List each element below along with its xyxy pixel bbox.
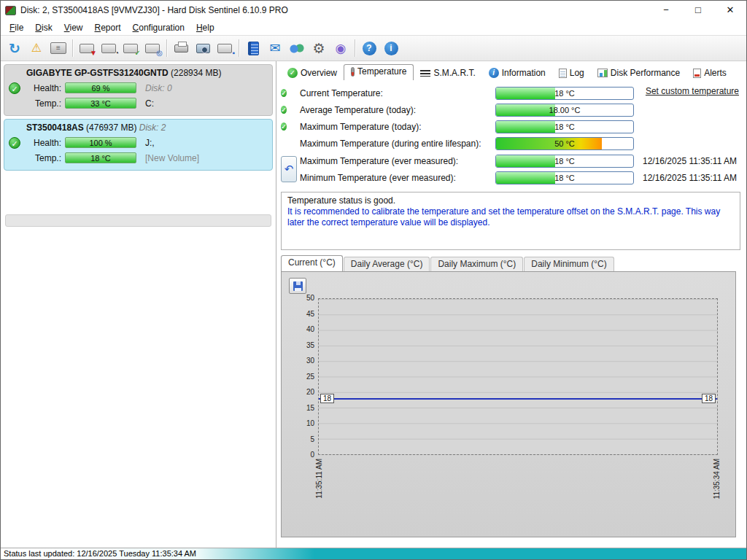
tab-strip: ✓Overview Temperature S.M.A.R.T. iInform… (281, 64, 742, 80)
restore-button[interactable]: □ (682, 1, 714, 20)
disk-search-button[interactable]: ◎ (142, 37, 163, 59)
tab-information[interactable]: iInformation (482, 66, 552, 80)
temp-row-min-ever: Minimum Temperature (ever measured): 18 … (300, 169, 742, 186)
reset-temperature-button[interactable]: ↶ (281, 156, 297, 182)
performance-icon (597, 69, 608, 77)
mail-button[interactable]: ✉ (264, 37, 286, 59)
health-row: ✓ Health: 100 % J:, (9, 135, 268, 150)
drive-icon: ≡ (50, 42, 66, 54)
disk-save-button[interactable]: ▪ (214, 37, 236, 59)
temperature-chart-panel: 50 45 40 35 30 25 20 15 10 5 0 (281, 271, 736, 537)
menu-report[interactable]: Report (89, 21, 127, 34)
help-button[interactable]: ? (358, 37, 380, 59)
chart-tab-daily-average[interactable]: Daily Average (°C) (344, 257, 430, 271)
temp-row: Temp.: 33 °C C: (9, 96, 268, 111)
menu-view[interactable]: View (58, 21, 89, 34)
disk-check-icon: ✓ (123, 44, 138, 53)
temp-bar: 33 °C (65, 98, 136, 109)
status-last-updated: Status last updated: 12/16/2025 Tuesday … (4, 549, 196, 558)
tab-disk-performance[interactable]: Disk Performance (591, 66, 686, 80)
disk-remove-button[interactable]: ▼ (76, 37, 98, 59)
health-bar: 100 % (65, 137, 136, 148)
minimize-button[interactable]: − (650, 1, 682, 20)
gear-icon: ⚙ (312, 42, 325, 55)
status-text: Temperature status is good. (287, 195, 395, 206)
disk-remove-icon: ▼ (80, 44, 94, 53)
set-custom-temperature-link[interactable]: Set custom temperature (646, 86, 739, 96)
temperature-bar: 18 °C (495, 120, 634, 133)
x-axis-label-end: 11:35:34 AM (713, 459, 721, 499)
menu-configuration[interactable]: Configuration (127, 21, 190, 34)
disk-surface-button[interactable]: ≡ (47, 37, 69, 59)
status-ok-icon: ✓ (281, 89, 287, 97)
x-axis-label-start: 11:35:11 AM (315, 459, 323, 499)
measurement-date: 12/16/2025 11:35:11 AM (643, 173, 737, 183)
info-button[interactable]: i (380, 37, 402, 59)
tab-temperature[interactable]: Temperature (344, 64, 414, 80)
printer-icon (174, 44, 188, 52)
network-icon (289, 43, 305, 54)
refresh-warning-button[interactable]: ⚠ (26, 37, 47, 59)
tools-button[interactable]: ◉ (330, 37, 352, 59)
report-icon (248, 42, 259, 55)
empty-disk-slot (5, 214, 271, 227)
temp-bar: 18 °C (65, 152, 136, 163)
disk-number: Disk: 2 (139, 122, 166, 133)
content-area: GIGABYTE GP-GSTFS31240GNTD (228934 MB) ✓… (1, 61, 746, 548)
disk-search-icon: ◎ (145, 44, 160, 53)
chart-tab-daily-maximum[interactable]: Daily Maximum (°C) (430, 257, 523, 271)
start-value-marker: 18 (320, 394, 334, 403)
chart-tab-daily-minimum[interactable]: Daily Minimum (°C) (524, 257, 614, 271)
menu-file[interactable]: File (4, 21, 29, 34)
settings-button[interactable]: ⚙ (308, 37, 330, 59)
temp-row-max-ever: Maximum Temperature (ever measured): 18 … (300, 152, 742, 169)
overview-check-icon: ✓ (287, 68, 298, 78)
network-button[interactable] (286, 37, 308, 59)
plot-area: 18 18 (318, 298, 718, 455)
temp-label: Temp.: (26, 153, 61, 163)
tab-smart[interactable]: S.M.A.R.T. (414, 66, 481, 80)
information-icon: i (489, 68, 499, 78)
health-label: Health: (26, 138, 61, 148)
main-panel: ✓Overview Temperature S.M.A.R.T. iInform… (276, 61, 746, 548)
health-ok-icon: ✓ (9, 82, 20, 94)
chart-tab-current[interactable]: Current (°C) (281, 255, 343, 271)
tab-alerts[interactable]: Alerts (686, 66, 733, 80)
health-bar: 69 % (65, 82, 136, 93)
y-axis-ticks: 50 45 40 35 30 25 20 15 10 5 0 (306, 294, 314, 459)
temperature-bar: 18.00 °C (495, 104, 634, 117)
health-row: ✓ Health: 69 % Disk: 0 (9, 80, 268, 96)
print-button[interactable] (170, 37, 192, 59)
temp-label: Temp.: (26, 98, 61, 109)
disk-schedule-button[interactable]: ◔ (98, 37, 120, 59)
report-button[interactable] (242, 37, 264, 59)
refresh-button[interactable]: ↻ (4, 37, 26, 59)
plot-wrapper: 50 45 40 35 30 25 20 15 10 5 0 (318, 298, 718, 455)
save-chart-button[interactable] (289, 278, 306, 294)
screenshot-button[interactable] (192, 37, 214, 59)
camera-icon (196, 44, 210, 53)
warning-icon: ⚠ (31, 42, 42, 54)
help-icon: ? (363, 42, 376, 55)
smart-icon (420, 70, 430, 77)
app-icon (5, 6, 16, 15)
status-ok-icon: ✓ (281, 122, 287, 131)
menu-disk[interactable]: Disk (29, 21, 58, 34)
disk-title: ST3500418AS (476937 MB) Disk: 2 (9, 122, 268, 133)
temperature-bar: 50 °C (495, 137, 634, 150)
menu-help[interactable]: Help (190, 21, 220, 34)
disk-list-sidebar: GIGABYTE GP-GSTFS31240GNTD (228934 MB) ✓… (1, 61, 276, 548)
disk-accept-button[interactable]: ✓ (120, 37, 142, 59)
close-button[interactable]: ✕ (714, 1, 746, 20)
health-label: Health: (26, 83, 61, 93)
temp-ever-measured-group: ↶ Maximum Temperature (ever measured): 1… (281, 152, 742, 186)
tab-log[interactable]: Log (552, 66, 591, 80)
temp-row-max-lifespan: Maximum Temperature (during entire lifes… (281, 135, 742, 152)
save-icon (293, 281, 303, 291)
temperature-series-line: 18 18 (319, 398, 717, 400)
thermometer-icon (351, 67, 355, 77)
disk-card-1[interactable]: ST3500418AS (476937 MB) Disk: 2 ✓ Health… (4, 119, 273, 171)
tab-overview[interactable]: ✓Overview (281, 66, 344, 80)
temp-row-max-today: ✓ Maximum Temperature (today): 18 °C (281, 118, 742, 135)
disk-card-0[interactable]: GIGABYTE GP-GSTFS31240GNTD (228934 MB) ✓… (4, 64, 273, 116)
